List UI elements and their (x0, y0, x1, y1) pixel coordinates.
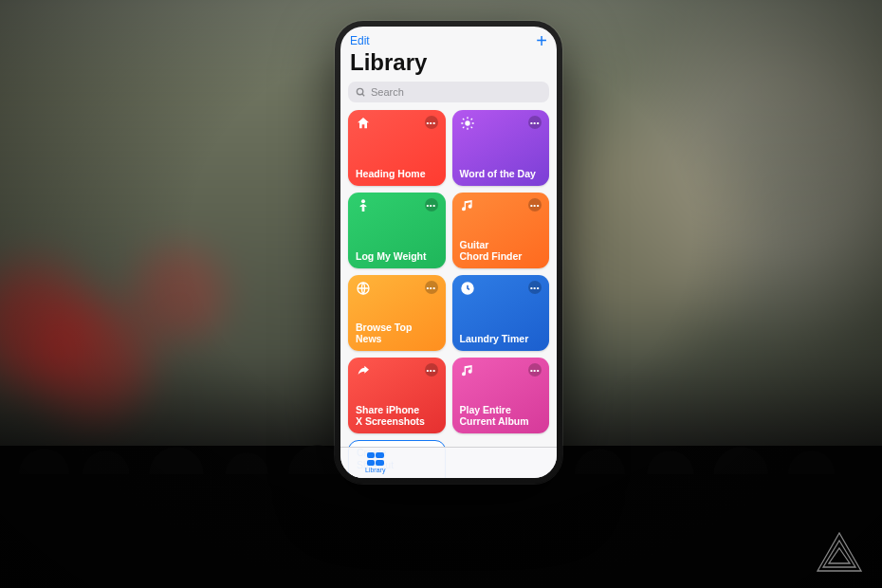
more-icon[interactable]: ••• (528, 198, 542, 211)
shortcut-card[interactable]: •••Heading Home (348, 110, 446, 186)
shortcut-card[interactable]: •••Play EntireCurrent Album (452, 358, 550, 433)
svg-marker-16 (829, 548, 850, 563)
presentation-stage: Edit + Library Search •••Heading Home•••… (0, 0, 882, 588)
svg-line-9 (463, 127, 464, 128)
music-icon (460, 198, 475, 213)
shortcut-card[interactable]: •••Share iPhoneX Screenshots (348, 358, 446, 433)
clock-icon (460, 281, 475, 296)
shortcut-label: Browse Top News (356, 322, 438, 345)
shortcut-card[interactable]: •••Browse Top News (348, 275, 446, 351)
home-icon (356, 116, 371, 131)
share-icon (356, 363, 371, 378)
sun-icon (460, 116, 475, 131)
shortcut-label: Play EntireCurrent Album (460, 404, 542, 428)
music-icon (460, 363, 475, 378)
verge-logo (814, 529, 865, 575)
search-field[interactable]: Search (348, 82, 549, 102)
shortcut-label: GuitarChord Finder (460, 239, 542, 263)
more-icon[interactable]: ••• (528, 116, 542, 129)
shortcut-grid: •••Heading Home•••Word of the Day•••Log … (340, 110, 557, 478)
more-icon[interactable]: ••• (425, 198, 438, 211)
svg-line-1 (362, 93, 364, 95)
grid-icon (367, 452, 384, 466)
add-button[interactable]: + (536, 35, 547, 46)
svg-point-0 (357, 88, 362, 94)
tab-library-label: Library (365, 467, 385, 473)
search-icon (356, 87, 366, 98)
svg-point-11 (361, 199, 365, 203)
shortcut-label: Heading Home (356, 168, 438, 180)
edit-button[interactable]: Edit (350, 34, 370, 47)
shortcut-card[interactable]: •••Laundry Timer (452, 275, 550, 351)
shortcut-label: Share iPhoneX Screenshots (356, 404, 438, 428)
svg-line-10 (470, 119, 471, 119)
nav-bar: Edit + (340, 27, 557, 47)
tab-bar: Library (340, 447, 557, 478)
page-title: Library (340, 47, 557, 82)
more-icon[interactable]: ••• (528, 363, 542, 377)
shortcut-label: Laundry Timer (460, 333, 542, 345)
iphone-screen: Edit + Library Search •••Heading Home•••… (340, 27, 557, 478)
shortcut-label: Word of the Day (460, 168, 542, 180)
shortcut-card[interactable]: •••Log My Weight (348, 193, 446, 268)
svg-point-2 (465, 120, 469, 125)
tab-library[interactable]: Library (365, 452, 385, 473)
shortcut-card[interactable]: •••Word of the Day (452, 110, 550, 186)
more-icon[interactable]: ••• (425, 363, 438, 377)
svg-line-8 (470, 127, 471, 128)
person-icon (356, 198, 371, 213)
shortcut-card[interactable]: •••GuitarChord Finder (452, 193, 550, 268)
more-icon[interactable]: ••• (425, 116, 438, 129)
iphone-frame: Edit + Library Search •••Heading Home•••… (335, 21, 562, 484)
more-icon[interactable]: ••• (425, 281, 438, 294)
more-icon[interactable]: ••• (528, 281, 542, 294)
svg-line-7 (463, 119, 464, 119)
search-placeholder: Search (371, 86, 404, 98)
shortcut-label: Log My Weight (356, 250, 438, 263)
globe-icon (356, 281, 371, 296)
